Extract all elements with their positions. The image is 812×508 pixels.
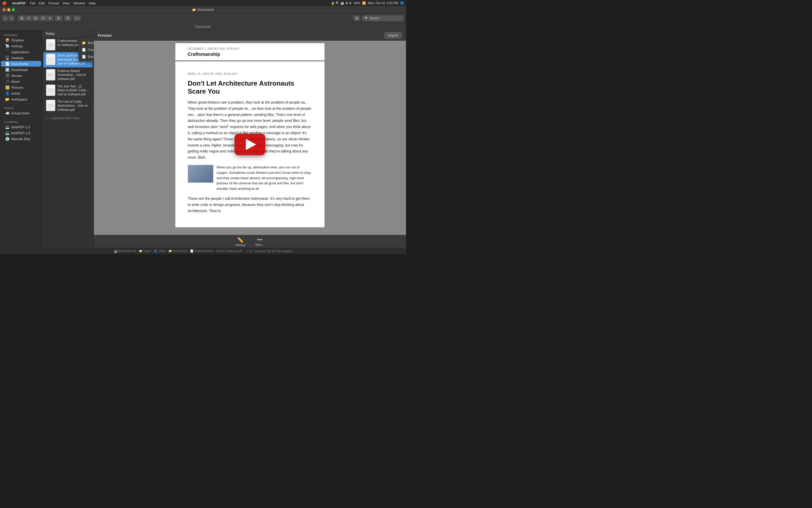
youtube-play-button[interactable] — [234, 134, 265, 155]
file-list: Today 📁 Books › 📄 Craftsmanshi...Softwar… — [42, 30, 94, 248]
close-button[interactable] — [3, 8, 6, 11]
sidebar-item-pictures[interactable]: 🖼️ Pictures — [1, 85, 41, 90]
back-button[interactable]: ‹ — [3, 15, 8, 21]
list-view-btn[interactable]: ≡ — [26, 15, 32, 21]
selection-status: 1 of 7 selected, 397.88 GB available — [247, 250, 292, 253]
file-thumbnail: EvidenceBased — [46, 69, 55, 81]
folder-icon: 📁 — [192, 8, 196, 11]
path-sep-4: › — [188, 250, 189, 253]
export-button[interactable]: Export — [384, 32, 402, 39]
sidebar-divider-icloud — [2, 103, 40, 104]
file-name: The Joel Test_ 12 Steps to Better Code –… — [57, 85, 90, 97]
books-folder-icon: 📁 — [82, 41, 86, 45]
maximize-button[interactable] — [12, 8, 15, 11]
tag-btn[interactable]: — — [73, 15, 81, 21]
menu-view[interactable]: View — [62, 1, 70, 5]
sidebar-item-label: workspace — [11, 97, 27, 101]
today-menu-dont-let[interactable]: 📄 Don't Let Arc...Software.pdf — [79, 53, 94, 60]
sidebar-item-downloads[interactable]: ⬇️ Downloads — [1, 67, 41, 73]
view-options-btn[interactable]: ▾ — [47, 15, 53, 21]
sidebar-item-label: iCloud Drive — [11, 111, 30, 115]
dont-let-file-icon: 📄 — [82, 55, 86, 58]
view-buttons: ⊞ ≡ ⊟ ⊡ ▾ — [18, 15, 53, 21]
sidebar-item-desktop[interactable]: 🖥️ Desktop — [1, 55, 41, 61]
file-item-leaky-abstractions[interactable]: LeakyAbstract The Law of Leaky Abstracti… — [43, 98, 93, 113]
downloads-icon: ⬇️ — [5, 68, 9, 72]
add-more-pdf-button[interactable]: + + Add More PDF Files — [42, 115, 94, 122]
gallery-view-btn[interactable]: ⊡ — [40, 15, 47, 21]
file-thumbnail: Craftsmanship — [46, 39, 55, 50]
preview-area: Preview Export DECEMBER 1, 2003 by JOEL … — [94, 30, 406, 248]
today-menu-craftsmanship[interactable]: 📄 Craftsmanshi...Software.pdf — [79, 46, 94, 53]
music-icon: 🎵 — [5, 79, 9, 84]
path-sep-3: › — [166, 250, 167, 253]
sidebar-item-bindpdf-b[interactable]: 💻 bindPDF-1.0 — [1, 130, 41, 136]
titlebar: 📁 Documents — [0, 6, 406, 13]
sidebar-item-label: bindPDF-1.0 — [11, 125, 30, 129]
menu-window[interactable]: Window — [73, 1, 85, 5]
battery-info: 64% — [354, 1, 360, 5]
sidebar-item-label: Documents — [11, 62, 28, 66]
share-btn[interactable]: ⬆ — [64, 15, 71, 21]
file-item-joel-test[interactable]: Joel Test12 Steps The Joel Test_ 12 Step… — [43, 83, 93, 98]
path-vishal: 👤 vishal — [154, 249, 165, 253]
sidebar-favorites-header: Favorites — [0, 32, 42, 37]
minimize-button[interactable] — [7, 8, 10, 11]
bindpdf-icon-b: 💻 — [5, 131, 9, 135]
icon-view-btn[interactable]: ⊞ — [18, 15, 25, 21]
menu-file[interactable]: File — [30, 1, 35, 5]
sidebar-item-icloud-drive[interactable]: ☁️ iCloud Drive — [1, 110, 41, 116]
sidebar-item-movies[interactable]: 🎬 Movies — [1, 73, 41, 78]
window-controls — [3, 8, 15, 11]
apple-menu[interactable]: 🍎 — [2, 1, 7, 5]
sidebar-item-dropbox[interactable]: 📦 Dropbox — [1, 37, 41, 43]
status-bar: 💻 Macintosh HD › 📁 Users › 👤 vishal › 📁 … — [0, 248, 406, 254]
sidebar-item-label: Applications — [11, 50, 29, 54]
youtube-play-overlay[interactable] — [234, 134, 265, 155]
sidebar-item-workspace[interactable]: 📂 workspace — [1, 96, 41, 102]
sidebar-item-label: AirDrop — [11, 44, 23, 48]
search-bar[interactable]: 🔍 Search — [362, 15, 403, 21]
sidebar-item-vishal[interactable]: 👤 vishal — [1, 90, 41, 96]
file-item-evidence-based[interactable]: EvidenceBased Evidence Based Scheduling … — [43, 68, 93, 83]
search-placeholder: Search — [370, 16, 379, 20]
sidebar-toggle-btn[interactable]: ⊞ — [353, 15, 360, 21]
column-view-btn[interactable]: ⊟ — [32, 15, 39, 21]
sidebar-item-documents[interactable]: 📄 Documents — [1, 61, 41, 67]
today-dropdown: Today 📁 Books › 📄 Craftsmanshi...Softwar… — [42, 30, 94, 37]
path-file: 📄 Craftsmanship – Joel on Software.pdf — [190, 249, 242, 253]
file-thumbnail: Don't LetArch... — [46, 54, 55, 65]
sidebar-item-label: Music — [11, 80, 20, 84]
file-thumbnail: LeakyAbstract — [46, 100, 55, 111]
pictures-icon: 🖼️ — [5, 85, 9, 89]
menubar-items: File Edit Format View Window Help — [30, 1, 327, 5]
today-menu-books[interactable]: 📁 Books › — [79, 39, 94, 46]
preview-content[interactable]: DECEMBER 1, 2003 by JOEL SPOLSKY Craftsm… — [94, 41, 406, 235]
sidebar-item-airdrop[interactable]: 📡 AirDrop — [1, 43, 41, 49]
more-label: More... — [255, 243, 264, 246]
sidebar-item-bindpdf-a[interactable]: 💻 bindPDF-1.0 — [1, 124, 41, 130]
article-inline-image — [188, 165, 213, 183]
menu-edit[interactable]: Edit — [39, 1, 44, 5]
preview-title: Preview — [98, 33, 112, 38]
sidebar-item-remote-disc[interactable]: 💿 Remote Disc — [1, 136, 41, 142]
markup-label: Markup — [236, 244, 245, 247]
dropbox-icon: 📦 — [5, 38, 9, 42]
sidebar-item-label: bindPDF-1.0 — [11, 131, 30, 135]
menu-format[interactable]: Format — [48, 1, 59, 5]
markup-button[interactable]: ✏️ Markup — [236, 237, 245, 247]
menubar: 🍎 bindPDF File Edit Format View Window H… — [0, 0, 406, 6]
add-more-label: + Add More PDF Files — [49, 117, 79, 120]
menu-help[interactable]: Help — [89, 1, 96, 5]
remote-disc-icon: 💿 — [5, 137, 9, 141]
path-macintosh: 💻 Macintosh HD — [114, 249, 136, 253]
path-sep-2: › — [152, 250, 153, 253]
more-button[interactable]: ••• More... — [255, 237, 264, 246]
action-btn[interactable]: ⚙ — [55, 15, 62, 21]
sidebar-item-label: Dropbox — [11, 38, 24, 42]
forward-button[interactable]: › — [9, 15, 14, 21]
breadcrumb-path: 💻 Macintosh HD › 📁 Users › 👤 vishal › 📁 … — [114, 249, 242, 253]
sidebar-item-music[interactable]: 🎵 Music — [1, 79, 41, 84]
bindpdf-icon-a: 💻 — [5, 125, 9, 129]
sidebar-item-applications[interactable]: 📱 Applications — [1, 49, 41, 55]
